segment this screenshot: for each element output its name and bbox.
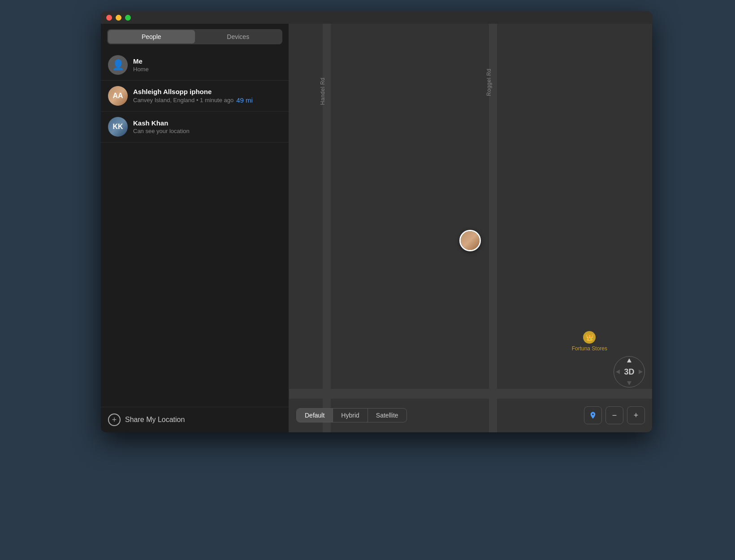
contact-list: 👤 Me Home AA Ashleigh Allsopp iphone — [101, 50, 289, 407]
avatar-ashleigh: AA — [108, 86, 128, 106]
compass-ring[interactable]: 3D — [614, 356, 645, 388]
contact-name-row-ashleigh: Ashleigh Allsopp iphone — [133, 88, 281, 96]
tab-people[interactable]: People — [108, 30, 195, 43]
map-type-switcher: Default Hybrid Satellite — [296, 408, 407, 422]
zoom-out-button[interactable]: − — [605, 406, 623, 424]
map-type-hybrid[interactable]: Hybrid — [333, 409, 368, 422]
contact-sub-me: Home — [133, 66, 281, 73]
contact-name-ashleigh: Ashleigh Allsopp iphone — [133, 88, 212, 95]
compass-arrow-down — [627, 381, 631, 385]
location-pin-ashleigh[interactable] — [459, 230, 481, 251]
sidebar: People Devices 👤 Me Home — [101, 24, 289, 432]
maximize-button[interactable] — [125, 15, 131, 21]
share-location-label: Share My Location — [125, 416, 185, 424]
contact-info-kash: Kash Khan Can see your location — [133, 119, 281, 134]
compass-arrow-up — [627, 358, 631, 362]
close-button[interactable] — [106, 15, 112, 21]
app-window: People Devices 👤 Me Home — [101, 11, 652, 432]
road-label-handel: Handel Rd — [320, 78, 326, 105]
contact-sub-ashleigh: Canvey Island, England • 1 minute ago — [133, 97, 233, 103]
zoom-in-button[interactable]: + — [627, 406, 645, 424]
location-button[interactable] — [584, 406, 602, 424]
compass-3d-label: 3D — [624, 367, 634, 377]
minimize-button[interactable] — [116, 15, 121, 21]
crown-icon: 👑 — [586, 334, 593, 341]
tab-bar: People Devices — [101, 24, 289, 50]
contact-info-me: Me Home — [133, 57, 281, 73]
map-controls-right: − + — [584, 406, 645, 424]
tab-devices[interactable]: Devices — [195, 30, 282, 43]
contact-info-ashleigh: Ashleigh Allsopp iphone Canvey Island, E… — [133, 88, 281, 104]
title-bar — [101, 11, 652, 24]
map-type-satellite[interactable]: Satellite — [368, 409, 406, 422]
poi-fortuna-icon: 👑 — [583, 331, 596, 344]
poi-fortuna-stores[interactable]: 👑 Fortuna Stores — [572, 331, 607, 352]
contact-sub-row-ashleigh: Canvey Island, England • 1 minute ago 49… — [133, 96, 281, 104]
contact-name-kash: Kash Khan — [133, 119, 281, 127]
avatar-face-ashleigh: AA — [108, 86, 128, 106]
share-plus-icon: + — [108, 414, 121, 426]
contact-item-kash[interactable]: KK Kash Khan Can see your location — [101, 112, 289, 142]
compass-3d-control[interactable]: 3D — [614, 356, 645, 388]
road-horizontal — [289, 389, 652, 399]
plus-icon: + — [634, 411, 639, 420]
contact-item-me[interactable]: 👤 Me Home — [101, 50, 289, 81]
tab-switcher: People Devices — [107, 29, 282, 44]
person-icon: 👤 — [112, 59, 124, 71]
main-content: People Devices 👤 Me Home — [101, 24, 652, 432]
contact-item-ashleigh[interactable]: AA Ashleigh Allsopp iphone Canvey Island… — [101, 81, 289, 112]
map-type-default[interactable]: Default — [297, 409, 333, 422]
avatar-face-kash: KK — [108, 117, 128, 137]
avatar-kash: KK — [108, 117, 128, 137]
compass-arrow-left — [616, 370, 620, 374]
map-area[interactable]: Handel Rd Roggel Rd 👑 Fortuna Stores — [289, 24, 652, 432]
contact-sub-kash: Can see your location — [133, 128, 281, 134]
compass-arrow-right — [639, 370, 643, 374]
map-background — [289, 24, 652, 432]
avatar-me: 👤 — [108, 55, 128, 75]
share-location-footer[interactable]: + Share My Location — [101, 407, 289, 432]
poi-fortuna-label: Fortuna Stores — [572, 345, 607, 352]
minus-icon: − — [612, 411, 617, 420]
map-bottom-bar: Default Hybrid Satellite − + — [289, 406, 652, 424]
traffic-lights — [106, 15, 131, 21]
contact-distance-ashleigh: 49 mi — [236, 96, 253, 104]
pin-face-ashleigh — [461, 231, 480, 250]
road-label-roggel: Roggel Rd — [486, 69, 492, 96]
contact-name-me: Me — [133, 57, 281, 65]
location-icon — [589, 411, 597, 419]
